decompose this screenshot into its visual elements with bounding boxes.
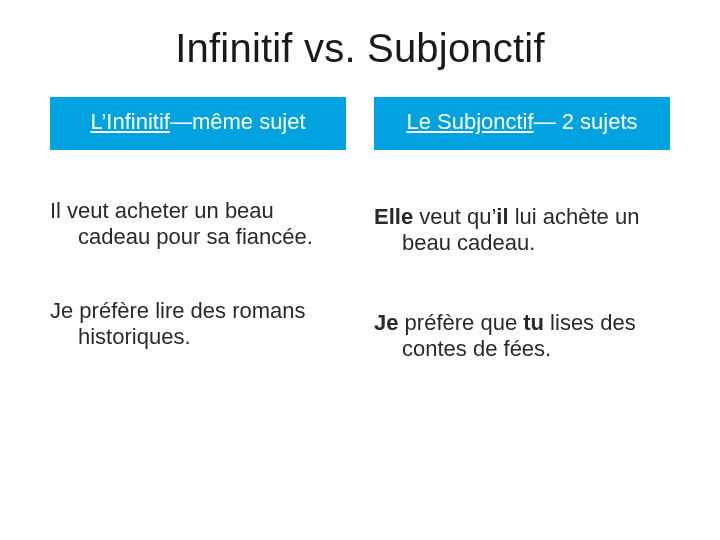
subj-ex1-bold2: il [496, 204, 508, 229]
header-infinitif-rest: —même sujet [170, 109, 306, 134]
column-infinitif: L’Infinitif—même sujet Il veut acheter u… [50, 97, 346, 410]
subjonctif-example-1: Elle veut qu’il lui achète un beau cadea… [374, 198, 670, 256]
subjonctif-example-1-text: Elle veut qu’il lui achète un beau cadea… [374, 204, 670, 256]
subj-ex1-mid: veut qu’ [413, 204, 496, 229]
columns: L’Infinitif—même sujet Il veut acheter u… [50, 97, 670, 410]
subj-ex2-bold1: Je [374, 310, 398, 335]
infinitif-example-1: Il veut acheter un beau cadeau pour sa f… [50, 198, 346, 250]
header-subjonctif: Le Subjonctif— 2 sujets [374, 97, 670, 150]
infinitif-example-2-text: Je préfère lire des romans historiques. [50, 298, 346, 350]
subj-ex2-bold2: tu [523, 310, 544, 335]
page-title: Infinitif vs. Subjonctif [50, 26, 670, 71]
header-subjonctif-underlined: Le Subjonctif [406, 109, 533, 134]
column-subjonctif: Le Subjonctif— 2 sujets Elle veut qu’il … [374, 97, 670, 410]
slide: Infinitif vs. Subjonctif L’Infinitif—mêm… [0, 0, 720, 540]
infinitif-example-1-text: Il veut acheter un beau cadeau pour sa f… [50, 198, 346, 250]
subjonctif-example-2-text: Je préfère que tu lises des contes de fé… [374, 310, 670, 362]
subj-ex2-mid: préfère que [398, 310, 523, 335]
subjonctif-example-2: Je préfère que tu lises des contes de fé… [374, 304, 670, 362]
header-subjonctif-rest: — 2 sujets [534, 109, 638, 134]
subj-ex1-bold1: Elle [374, 204, 413, 229]
header-infinitif: L’Infinitif—même sujet [50, 97, 346, 150]
header-infinitif-underlined: L’Infinitif [90, 109, 170, 134]
infinitif-example-2: Je préfère lire des romans historiques. [50, 298, 346, 350]
